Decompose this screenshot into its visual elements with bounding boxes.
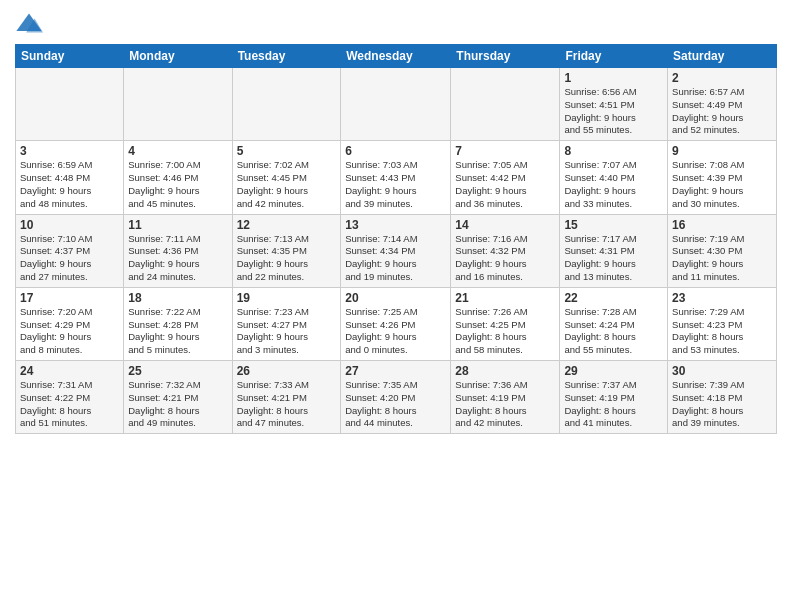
weekday-header-friday: Friday [560, 45, 668, 68]
calendar-row-5: 24Sunrise: 7:31 AM Sunset: 4:22 PM Dayli… [16, 361, 777, 434]
logo [15, 10, 47, 38]
day-info: Sunrise: 7:35 AM Sunset: 4:20 PM Dayligh… [345, 379, 446, 430]
day-number: 23 [672, 291, 772, 305]
day-info: Sunrise: 7:29 AM Sunset: 4:23 PM Dayligh… [672, 306, 772, 357]
calendar-cell: 1Sunrise: 6:56 AM Sunset: 4:51 PM Daylig… [560, 68, 668, 141]
day-number: 1 [564, 71, 663, 85]
day-number: 8 [564, 144, 663, 158]
calendar-row-3: 10Sunrise: 7:10 AM Sunset: 4:37 PM Dayli… [16, 214, 777, 287]
day-info: Sunrise: 7:20 AM Sunset: 4:29 PM Dayligh… [20, 306, 119, 357]
day-info: Sunrise: 7:10 AM Sunset: 4:37 PM Dayligh… [20, 233, 119, 284]
calendar-cell [232, 68, 341, 141]
day-info: Sunrise: 7:19 AM Sunset: 4:30 PM Dayligh… [672, 233, 772, 284]
calendar-cell: 17Sunrise: 7:20 AM Sunset: 4:29 PM Dayli… [16, 287, 124, 360]
day-number: 27 [345, 364, 446, 378]
calendar-cell: 10Sunrise: 7:10 AM Sunset: 4:37 PM Dayli… [16, 214, 124, 287]
logo-icon [15, 10, 43, 38]
calendar-cell: 29Sunrise: 7:37 AM Sunset: 4:19 PM Dayli… [560, 361, 668, 434]
calendar-cell: 9Sunrise: 7:08 AM Sunset: 4:39 PM Daylig… [668, 141, 777, 214]
day-number: 5 [237, 144, 337, 158]
calendar-cell: 23Sunrise: 7:29 AM Sunset: 4:23 PM Dayli… [668, 287, 777, 360]
day-info: Sunrise: 7:13 AM Sunset: 4:35 PM Dayligh… [237, 233, 337, 284]
calendar-cell: 21Sunrise: 7:26 AM Sunset: 4:25 PM Dayli… [451, 287, 560, 360]
calendar-cell: 20Sunrise: 7:25 AM Sunset: 4:26 PM Dayli… [341, 287, 451, 360]
day-info: Sunrise: 7:23 AM Sunset: 4:27 PM Dayligh… [237, 306, 337, 357]
day-info: Sunrise: 7:17 AM Sunset: 4:31 PM Dayligh… [564, 233, 663, 284]
calendar-cell: 13Sunrise: 7:14 AM Sunset: 4:34 PM Dayli… [341, 214, 451, 287]
calendar-cell: 24Sunrise: 7:31 AM Sunset: 4:22 PM Dayli… [16, 361, 124, 434]
day-info: Sunrise: 7:26 AM Sunset: 4:25 PM Dayligh… [455, 306, 555, 357]
calendar-row-4: 17Sunrise: 7:20 AM Sunset: 4:29 PM Dayli… [16, 287, 777, 360]
calendar-cell [124, 68, 232, 141]
day-info: Sunrise: 7:11 AM Sunset: 4:36 PM Dayligh… [128, 233, 227, 284]
weekday-header-tuesday: Tuesday [232, 45, 341, 68]
day-info: Sunrise: 7:14 AM Sunset: 4:34 PM Dayligh… [345, 233, 446, 284]
day-number: 19 [237, 291, 337, 305]
day-number: 15 [564, 218, 663, 232]
day-number: 21 [455, 291, 555, 305]
calendar-cell: 2Sunrise: 6:57 AM Sunset: 4:49 PM Daylig… [668, 68, 777, 141]
calendar-cell: 12Sunrise: 7:13 AM Sunset: 4:35 PM Dayli… [232, 214, 341, 287]
day-number: 4 [128, 144, 227, 158]
day-info: Sunrise: 7:02 AM Sunset: 4:45 PM Dayligh… [237, 159, 337, 210]
calendar-cell: 7Sunrise: 7:05 AM Sunset: 4:42 PM Daylig… [451, 141, 560, 214]
day-info: Sunrise: 7:32 AM Sunset: 4:21 PM Dayligh… [128, 379, 227, 430]
day-info: Sunrise: 7:22 AM Sunset: 4:28 PM Dayligh… [128, 306, 227, 357]
day-number: 17 [20, 291, 119, 305]
weekday-header-sunday: Sunday [16, 45, 124, 68]
day-number: 20 [345, 291, 446, 305]
day-info: Sunrise: 7:28 AM Sunset: 4:24 PM Dayligh… [564, 306, 663, 357]
weekday-header-row: SundayMondayTuesdayWednesdayThursdayFrid… [16, 45, 777, 68]
day-info: Sunrise: 7:39 AM Sunset: 4:18 PM Dayligh… [672, 379, 772, 430]
day-info: Sunrise: 7:36 AM Sunset: 4:19 PM Dayligh… [455, 379, 555, 430]
day-number: 29 [564, 364, 663, 378]
day-info: Sunrise: 7:31 AM Sunset: 4:22 PM Dayligh… [20, 379, 119, 430]
weekday-header-wednesday: Wednesday [341, 45, 451, 68]
day-info: Sunrise: 7:16 AM Sunset: 4:32 PM Dayligh… [455, 233, 555, 284]
day-number: 28 [455, 364, 555, 378]
calendar-cell: 28Sunrise: 7:36 AM Sunset: 4:19 PM Dayli… [451, 361, 560, 434]
calendar-cell: 30Sunrise: 7:39 AM Sunset: 4:18 PM Dayli… [668, 361, 777, 434]
day-number: 14 [455, 218, 555, 232]
day-number: 13 [345, 218, 446, 232]
calendar-cell [341, 68, 451, 141]
day-number: 24 [20, 364, 119, 378]
calendar-cell [451, 68, 560, 141]
calendar-cell: 6Sunrise: 7:03 AM Sunset: 4:43 PM Daylig… [341, 141, 451, 214]
day-info: Sunrise: 7:03 AM Sunset: 4:43 PM Dayligh… [345, 159, 446, 210]
calendar-table: SundayMondayTuesdayWednesdayThursdayFrid… [15, 44, 777, 434]
day-number: 10 [20, 218, 119, 232]
calendar-cell: 3Sunrise: 6:59 AM Sunset: 4:48 PM Daylig… [16, 141, 124, 214]
weekday-header-saturday: Saturday [668, 45, 777, 68]
day-number: 26 [237, 364, 337, 378]
day-number: 30 [672, 364, 772, 378]
calendar-cell: 19Sunrise: 7:23 AM Sunset: 4:27 PM Dayli… [232, 287, 341, 360]
calendar-cell [16, 68, 124, 141]
day-info: Sunrise: 7:25 AM Sunset: 4:26 PM Dayligh… [345, 306, 446, 357]
calendar-cell: 16Sunrise: 7:19 AM Sunset: 4:30 PM Dayli… [668, 214, 777, 287]
calendar-cell: 18Sunrise: 7:22 AM Sunset: 4:28 PM Dayli… [124, 287, 232, 360]
day-info: Sunrise: 6:57 AM Sunset: 4:49 PM Dayligh… [672, 86, 772, 137]
calendar-cell: 14Sunrise: 7:16 AM Sunset: 4:32 PM Dayli… [451, 214, 560, 287]
calendar-cell: 22Sunrise: 7:28 AM Sunset: 4:24 PM Dayli… [560, 287, 668, 360]
calendar-cell: 8Sunrise: 7:07 AM Sunset: 4:40 PM Daylig… [560, 141, 668, 214]
day-number: 9 [672, 144, 772, 158]
day-number: 25 [128, 364, 227, 378]
calendar-row-2: 3Sunrise: 6:59 AM Sunset: 4:48 PM Daylig… [16, 141, 777, 214]
calendar-cell: 26Sunrise: 7:33 AM Sunset: 4:21 PM Dayli… [232, 361, 341, 434]
weekday-header-thursday: Thursday [451, 45, 560, 68]
day-number: 3 [20, 144, 119, 158]
day-info: Sunrise: 7:00 AM Sunset: 4:46 PM Dayligh… [128, 159, 227, 210]
day-number: 12 [237, 218, 337, 232]
calendar-cell: 5Sunrise: 7:02 AM Sunset: 4:45 PM Daylig… [232, 141, 341, 214]
day-number: 7 [455, 144, 555, 158]
day-number: 18 [128, 291, 227, 305]
day-info: Sunrise: 7:07 AM Sunset: 4:40 PM Dayligh… [564, 159, 663, 210]
day-number: 22 [564, 291, 663, 305]
day-info: Sunrise: 7:37 AM Sunset: 4:19 PM Dayligh… [564, 379, 663, 430]
day-info: Sunrise: 7:08 AM Sunset: 4:39 PM Dayligh… [672, 159, 772, 210]
day-number: 2 [672, 71, 772, 85]
day-info: Sunrise: 7:05 AM Sunset: 4:42 PM Dayligh… [455, 159, 555, 210]
calendar-row-1: 1Sunrise: 6:56 AM Sunset: 4:51 PM Daylig… [16, 68, 777, 141]
calendar-cell: 4Sunrise: 7:00 AM Sunset: 4:46 PM Daylig… [124, 141, 232, 214]
